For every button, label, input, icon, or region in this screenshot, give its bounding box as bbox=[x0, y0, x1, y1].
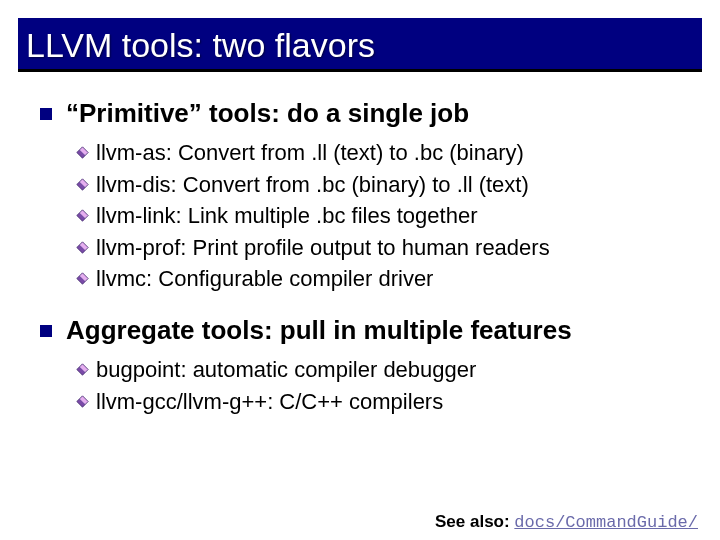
list-item: llvm-gcc/llvm-g++: C/C++ compilers bbox=[76, 388, 680, 417]
list-item: llvm-link: Link multiple .bc files toget… bbox=[76, 202, 680, 231]
list-item-text: llvm-link: Link multiple .bc files toget… bbox=[96, 202, 477, 231]
list-item: llvm-prof: Print profile output to human… bbox=[76, 234, 680, 263]
diamond-bullet-icon bbox=[76, 209, 90, 222]
footer-prefix: See also: bbox=[435, 512, 514, 531]
slide-content: “Primitive” tools: do a single job llvm-… bbox=[0, 72, 720, 416]
diamond-bullet-icon bbox=[76, 146, 90, 159]
slide-title: LLVM tools: two flavors bbox=[18, 26, 702, 65]
title-bar: LLVM tools: two flavors bbox=[18, 18, 702, 72]
footer-link[interactable]: docs/CommandGuide/ bbox=[514, 513, 698, 532]
diamond-bullet-icon bbox=[76, 272, 90, 285]
list-item: llvm-dis: Convert from .bc (binary) to .… bbox=[76, 171, 680, 200]
list-item-text: bugpoint: automatic compiler debugger bbox=[96, 356, 476, 385]
list-item-text: llvm-prof: Print profile output to human… bbox=[96, 234, 550, 263]
list-item: llvm-as: Convert from .ll (text) to .bc … bbox=[76, 139, 680, 168]
footer-note: See also: docs/CommandGuide/ bbox=[435, 512, 698, 532]
section-heading: Aggregate tools: pull in multiple featur… bbox=[40, 315, 680, 346]
slide: LLVM tools: two flavors “Primitive” tool… bbox=[0, 18, 720, 540]
section-heading: “Primitive” tools: do a single job bbox=[40, 98, 680, 129]
section-heading-text: Aggregate tools: pull in multiple featur… bbox=[66, 315, 572, 346]
list-item-text: llvmc: Configurable compiler driver bbox=[96, 265, 433, 294]
section-heading-text: “Primitive” tools: do a single job bbox=[66, 98, 469, 129]
diamond-bullet-icon bbox=[76, 241, 90, 254]
diamond-bullet-icon bbox=[76, 178, 90, 191]
diamond-bullet-icon bbox=[76, 395, 90, 408]
list-item: llvmc: Configurable compiler driver bbox=[76, 265, 680, 294]
square-bullet-icon bbox=[40, 108, 52, 120]
list-item-text: llvm-dis: Convert from .bc (binary) to .… bbox=[96, 171, 529, 200]
list-item-text: llvm-gcc/llvm-g++: C/C++ compilers bbox=[96, 388, 443, 417]
diamond-bullet-icon bbox=[76, 363, 90, 376]
list-item: bugpoint: automatic compiler debugger bbox=[76, 356, 680, 385]
square-bullet-icon bbox=[40, 325, 52, 337]
list-item-text: llvm-as: Convert from .ll (text) to .bc … bbox=[96, 139, 524, 168]
